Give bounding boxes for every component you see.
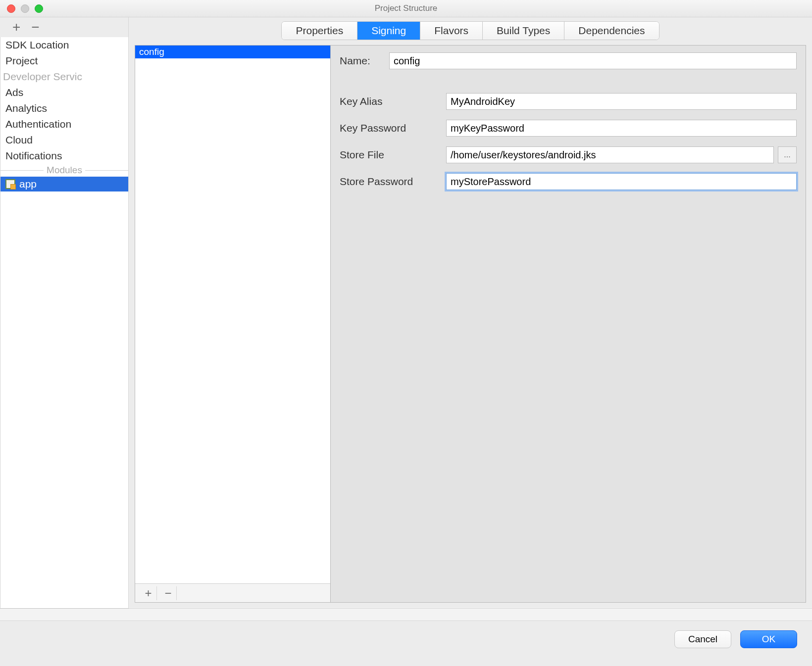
input-store-password[interactable] xyxy=(446,173,797,190)
window-title: Project Structure xyxy=(0,3,812,13)
input-key-password[interactable] xyxy=(446,120,797,137)
input-name[interactable] xyxy=(389,52,797,69)
sidebar-item-authentication[interactable]: Authentication xyxy=(0,116,128,132)
label-name: Name: xyxy=(340,55,389,67)
input-store-file[interactable] xyxy=(446,146,774,163)
sidebar-item-analytics[interactable]: Analytics xyxy=(0,100,128,116)
browse-store-file-button[interactable]: ... xyxy=(778,146,797,163)
config-list: config + − xyxy=(135,46,331,602)
config-item[interactable]: config xyxy=(135,46,330,58)
config-remove-button[interactable]: − xyxy=(160,586,177,600)
titlebar: Project Structure xyxy=(0,0,812,17)
label-store-file: Store File xyxy=(340,149,446,161)
input-key-alias[interactable] xyxy=(446,93,797,110)
tab-properties[interactable]: Properties xyxy=(282,22,357,40)
sidebar-item-cloud[interactable]: Cloud xyxy=(0,132,128,148)
sidebar-remove-button[interactable]: − xyxy=(31,20,39,34)
module-icon xyxy=(5,179,15,189)
sidebar-module-label: app xyxy=(19,178,37,190)
config-add-button[interactable]: + xyxy=(140,586,157,600)
tab-build-types[interactable]: Build Types xyxy=(483,22,564,40)
tab-signing[interactable]: Signing xyxy=(357,22,420,40)
sidebar-module-app[interactable]: app xyxy=(0,177,128,191)
footer: Cancel OK xyxy=(0,609,812,657)
label-store-password: Store Password xyxy=(340,176,446,188)
signing-panel: config + − Name: Key Alias Key Password xyxy=(135,45,806,603)
sidebar-list: SDK Location Project Developer Servic Ad… xyxy=(0,37,128,609)
label-key-password: Key Password xyxy=(340,122,446,134)
sidebar-item-ads[interactable]: Ads xyxy=(0,85,128,100)
sidebar: + − SDK Location Project Developer Servi… xyxy=(0,17,129,609)
label-key-alias: Key Alias xyxy=(340,95,446,107)
sidebar-item-project[interactable]: Project xyxy=(0,53,128,69)
sidebar-item-notifications[interactable]: Notifications xyxy=(0,148,128,164)
cancel-button[interactable]: Cancel xyxy=(674,630,731,648)
sidebar-section-modules: Modules xyxy=(0,164,128,177)
tabs: Properties Signing Flavors Build Types D… xyxy=(135,21,806,40)
form-area: Name: Key Alias Key Password Store File … xyxy=(331,46,806,602)
sidebar-section-developer-services: Developer Servic xyxy=(0,69,128,85)
tab-flavors[interactable]: Flavors xyxy=(420,22,483,40)
sidebar-item-sdk-location[interactable]: SDK Location xyxy=(0,37,128,53)
tab-dependencies[interactable]: Dependencies xyxy=(564,22,659,40)
ok-button[interactable]: OK xyxy=(740,630,797,648)
content: Properties Signing Flavors Build Types D… xyxy=(129,17,812,609)
sidebar-toolbar: + − xyxy=(0,17,128,37)
config-list-toolbar: + − xyxy=(135,583,330,602)
sidebar-add-button[interactable]: + xyxy=(12,20,20,34)
